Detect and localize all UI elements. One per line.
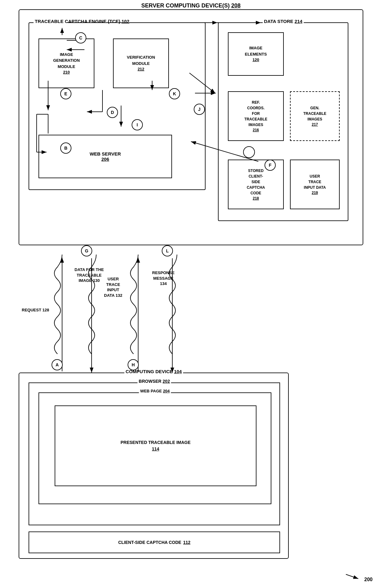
- pti-ref: 114: [152, 446, 159, 452]
- circle-G: G: [81, 245, 92, 256]
- label-data-traceable: DATA FOR THETRACEABLEIMAGE 130: [75, 267, 104, 283]
- ref-200: 200: [344, 572, 373, 582]
- wp-box: WEB PAGE 204 PRESENTED TRACEABLE IMAGE 1…: [38, 392, 271, 504]
- circle-E: E: [60, 88, 71, 99]
- tce-box: TRACEABLE CAPTCHA ENGINE (TCE) 102 IMAGE…: [29, 22, 206, 190]
- browser-box: BROWSER 202 WEB PAGE 204 PRESENTED TRACE…: [29, 382, 280, 525]
- ds-box: DATA STORE 214 IMAGEELEMENTS 120 REF.COO…: [218, 22, 348, 221]
- server-box: SERVER COMPUTING DEVICE(S) 208 TRACEABLE…: [19, 9, 363, 245]
- circle-C: C: [75, 32, 86, 43]
- vm-label: VERIFICATIONMODULE: [127, 54, 155, 66]
- cd-box: COMPUTING DEVICE 104 BROWSER 202 WEB PAG…: [19, 373, 289, 559]
- circle-A: A: [52, 359, 63, 370]
- rc-ref: 216: [253, 128, 259, 133]
- gti-box: GEN.TRACEABLEIMAGES 217: [290, 91, 340, 141]
- wp-title: WEB PAGE 204: [139, 389, 171, 393]
- ws-ref: 206: [101, 156, 109, 162]
- circle-F: F: [265, 160, 276, 171]
- circle-I: I: [132, 119, 143, 130]
- server-title: SERVER COMPUTING DEVICE(S) 208: [139, 2, 242, 9]
- cscc-label: CLIENT-SIDE CAPTCHA CODE: [118, 540, 181, 545]
- tce-title: TRACEABLE CAPTCHA ENGINE (TCE) 102: [34, 19, 130, 24]
- utid-label: USERTRACEINPUT DATA: [304, 174, 326, 190]
- vm-box: VERIFICATIONMODULE 212: [113, 38, 169, 88]
- pti-box: PRESENTED TRACEABLE IMAGE 114: [55, 405, 256, 486]
- ws-box: WEB SERVER 206: [38, 135, 172, 178]
- igm-ref: 210: [63, 70, 70, 75]
- scc-label: STOREDCLIENT-SIDECAPTCHACODE: [247, 168, 265, 196]
- rc-label: REF.COORDS.FORTRACEABLEIMAGES: [244, 100, 267, 128]
- ie-box: IMAGEELEMENTS 120: [228, 32, 284, 76]
- utid-box: USERTRACEINPUT DATA 219: [290, 160, 340, 209]
- ds-title: DATA STORE 214: [263, 19, 304, 24]
- label-user-trace: USERTRACEINPUTDATA 132: [104, 276, 122, 298]
- svg-line-25: [346, 574, 358, 579]
- gti-ref: 217: [312, 122, 318, 127]
- circle-D: D: [107, 107, 118, 118]
- vm-ref: 212: [138, 66, 144, 72]
- circle-B: B: [60, 142, 71, 154]
- scc-box: STOREDCLIENT-SIDECAPTCHACODE 218: [228, 160, 284, 209]
- circle-H: H: [128, 359, 139, 370]
- ws-label: WEB SERVER: [90, 151, 121, 156]
- cscc-ref: 112: [183, 540, 190, 545]
- utid-ref: 219: [312, 190, 318, 196]
- igm-box: IMAGEGENERATIONMODULE 210: [38, 38, 94, 88]
- circle-K: K: [169, 88, 180, 99]
- label-request: REQUEST 128: [22, 307, 49, 313]
- ref-200-arrow: [344, 572, 363, 581]
- gti-label: GEN.TRACEABLEIMAGES: [303, 105, 326, 122]
- pti-label: PRESENTED TRACEABLE IMAGE: [120, 439, 191, 446]
- circle-L: L: [162, 245, 173, 256]
- label-response: RESPONSEMESSAGE134: [152, 270, 174, 287]
- circle-J: J: [194, 104, 205, 115]
- ie-label: IMAGEELEMENTS: [245, 45, 267, 57]
- cscc-box: CLIENT-SIDE CAPTCHA CODE 112: [29, 531, 280, 553]
- rc-box: REF.COORDS.FORTRACEABLEIMAGES 216: [228, 91, 284, 141]
- scc-ref: 218: [253, 196, 259, 201]
- igm-label: IMAGEGENERATIONMODULE: [53, 52, 80, 70]
- ie-ref: 120: [252, 57, 259, 63]
- server-ref: 208: [231, 2, 241, 9]
- diagram-wrapper: SERVER COMPUTING DEVICE(S) 208 TRACEABLE…: [0, 0, 385, 588]
- browser-title: BROWSER 202: [138, 379, 171, 384]
